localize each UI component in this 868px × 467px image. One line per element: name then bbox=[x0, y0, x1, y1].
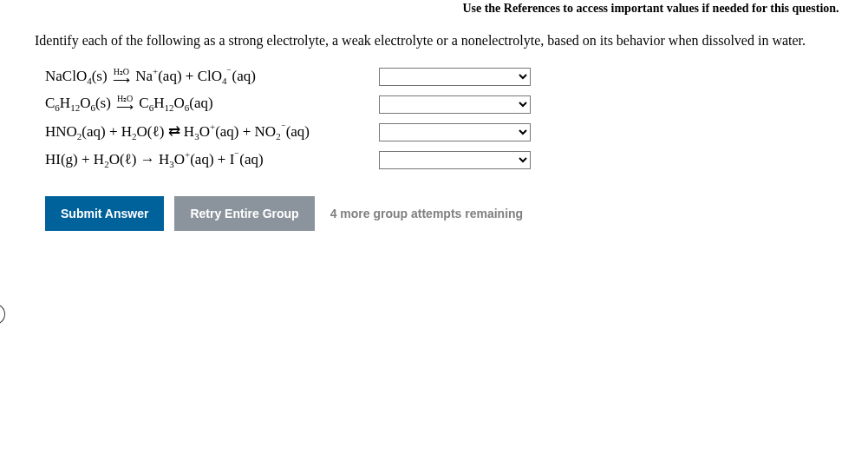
eq4-l2: H bbox=[94, 151, 104, 168]
eq4-plus2: + bbox=[218, 151, 226, 168]
eq1-left: NaClO bbox=[45, 68, 87, 84]
eq2-l2: H bbox=[60, 95, 70, 111]
eq1-arrow-sym: ⟶ bbox=[113, 75, 130, 87]
eq2-l2s: 12 bbox=[70, 102, 80, 113]
retry-group-button[interactable]: Retry Entire Group bbox=[174, 196, 314, 231]
question-content: Identify each of the following as a stro… bbox=[0, 16, 868, 231]
eq3-l1: HNO bbox=[45, 123, 77, 140]
attempts-remaining: 4 more group attempts remaining bbox=[330, 207, 523, 220]
eq4-r2st: (aq) bbox=[190, 151, 213, 168]
eq2-arrow-sym: ⟶ bbox=[116, 102, 134, 114]
eq2-r2: H bbox=[153, 95, 164, 111]
eq3-l2: H bbox=[121, 123, 132, 140]
equation-row-2: C6H12O6(s) H₂O ⟶ C6H12O6(aq) bbox=[45, 92, 833, 116]
eq2-rstate: (aq) bbox=[189, 95, 212, 111]
eq1-r2-state: (aq) bbox=[232, 68, 255, 84]
eq1-r2: ClO bbox=[198, 68, 222, 84]
eq1-r1-state: (aq) bbox=[158, 68, 181, 84]
equation-row-1: NaClO4(s) H₂O ⟶ Na+(aq) + ClO4⁻(aq) bbox=[45, 64, 833, 89]
eq3-l1st: (aq) bbox=[82, 123, 105, 140]
eq4-r3st: (aq) bbox=[239, 151, 263, 168]
eq3-r3st: (aq) bbox=[286, 123, 310, 140]
eq2-state1: (s) bbox=[95, 95, 111, 111]
eq1-state1: (s) bbox=[92, 68, 108, 84]
equation-row-3: HNO2(aq) + H2O(ℓ) ⇄ H3O+(aq) + NO2⁻(aq) bbox=[45, 120, 833, 144]
eq3-r1: H bbox=[184, 123, 194, 140]
button-row: Submit Answer Retry Entire Group 4 more … bbox=[35, 196, 833, 231]
equation-3: HNO2(aq) + H2O(ℓ) ⇄ H3O+(aq) + NO2⁻(aq) bbox=[45, 122, 379, 141]
eq2-r3: O bbox=[173, 95, 184, 111]
eq2-r1: C bbox=[139, 95, 148, 111]
eq2-arrow: H₂O ⟶ bbox=[116, 95, 134, 114]
eq2-l1: C bbox=[45, 95, 55, 111]
submit-answer-button[interactable]: Submit Answer bbox=[45, 196, 164, 231]
select-eq4[interactable] bbox=[379, 151, 531, 169]
eq3-r3: NO bbox=[255, 123, 277, 140]
select-eq3[interactable] bbox=[379, 123, 531, 141]
eq4-l1: HI(g) bbox=[45, 151, 78, 168]
eq4-r1: H bbox=[159, 151, 169, 168]
eq3-plus1: + bbox=[109, 123, 118, 140]
eq4-r2: O bbox=[174, 151, 185, 168]
eq4-arrow: → bbox=[140, 151, 155, 168]
eq1-r1: Na bbox=[135, 68, 153, 84]
eq4-plus1: + bbox=[82, 151, 90, 168]
select-eq2[interactable] bbox=[379, 95, 531, 114]
eq3-l3: O(ℓ) bbox=[137, 123, 165, 140]
eq1-r2-sub: 4 bbox=[222, 76, 227, 86]
equation-4: HI(g) + H2O(ℓ) → H3O+(aq) + I⁻(aq) bbox=[45, 149, 379, 169]
eq3-arrow: ⇄ bbox=[168, 123, 180, 140]
equation-row-4: HI(g) + H2O(ℓ) → H3O+(aq) + I⁻(aq) bbox=[45, 148, 833, 172]
select-eq1[interactable] bbox=[379, 68, 531, 86]
eq3-r3s: 2 bbox=[276, 131, 281, 141]
eq3-r2: O bbox=[199, 123, 210, 140]
eq4-l3: O(ℓ) bbox=[109, 151, 137, 168]
eq2-l3: O bbox=[80, 95, 90, 111]
equations-block: NaClO4(s) H₂O ⟶ Na+(aq) + ClO4⁻(aq) C6H1… bbox=[35, 64, 833, 172]
equation-1: NaClO4(s) H₂O ⟶ Na+(aq) + ClO4⁻(aq) bbox=[45, 66, 379, 87]
references-note: Use the References to access important v… bbox=[0, 0, 868, 16]
eq2-r2s: 12 bbox=[164, 102, 173, 113]
eq1-plus: + bbox=[186, 68, 194, 84]
question-text: Identify each of the following as a stro… bbox=[35, 33, 833, 49]
eq3-plus2: + bbox=[243, 123, 251, 140]
eq3-r2st: (aq) bbox=[215, 123, 238, 140]
eq1-arrow: H₂O ⟶ bbox=[113, 68, 130, 87]
equation-2: C6H12O6(s) H₂O ⟶ C6H12O6(aq) bbox=[45, 95, 379, 114]
